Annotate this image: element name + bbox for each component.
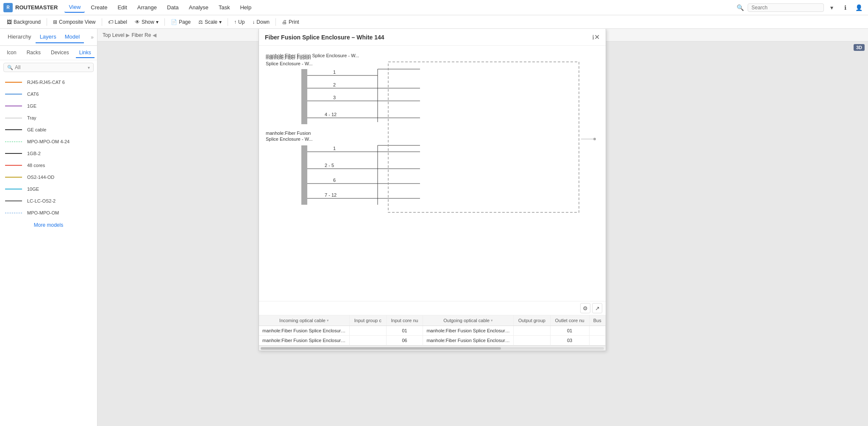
panel-search-input[interactable]	[15, 64, 86, 70]
menu-help[interactable]: Help	[236, 3, 256, 12]
col-header-bus[interactable]: Bus	[589, 315, 605, 326]
close-button[interactable]: ✕	[594, 33, 600, 41]
cell-input-core: 01	[386, 326, 423, 336]
menu-analyse[interactable]: Analyse	[185, 3, 213, 12]
3d-badge[interactable]: 3D	[854, 44, 865, 51]
up-icon: ↑	[234, 19, 236, 25]
table-row[interactable]: manhole:Fiber Fusion Splice Enclosure - …	[259, 326, 606, 336]
settings-icon[interactable]: ⚙	[580, 303, 590, 313]
scale-button[interactable]: ⚖ Scale ▾	[195, 18, 225, 26]
link-label: Tray	[27, 115, 92, 120]
link-line-icon	[5, 94, 22, 95]
search-icon[interactable]: 🔍	[734, 2, 746, 14]
col-header-input-group[interactable]: Input group c	[350, 315, 387, 326]
col-header-outgoing[interactable]: Outgoing optical cable ▾	[423, 315, 514, 326]
col-header-outlet-core[interactable]: Outlet core nu	[550, 315, 589, 326]
splice-block-2	[301, 145, 307, 205]
link-label: LC-LC-OS2-2	[27, 198, 92, 203]
sub-tab-links[interactable]: Links	[76, 48, 95, 58]
breadcrumb-fiberre[interactable]: Fiber Re	[131, 32, 151, 38]
show-button[interactable]: 👁 Show ▾	[131, 18, 162, 26]
more-models-link[interactable]: More models	[0, 219, 97, 231]
list-item[interactable]: MPO-MPO-OM 4-24	[0, 136, 97, 148]
svg-text:3: 3	[333, 95, 336, 100]
table-row[interactable]: manhole:Fiber Fusion Splice Enclosure - …	[259, 336, 606, 345]
link-line-icon	[5, 118, 22, 118]
list-item[interactable]: 10GE	[0, 183, 97, 195]
breadcrumb-separator: ▶	[126, 32, 130, 38]
cell-output-group	[513, 336, 550, 345]
print-button[interactable]: 🖨 Print	[278, 18, 303, 26]
down-button[interactable]: ↓ Down	[249, 18, 273, 26]
menu-edit[interactable]: Edit	[113, 3, 131, 12]
splice-block-1	[301, 69, 307, 124]
menu-data[interactable]: Data	[163, 3, 183, 12]
splice-diagram: manhole:Fiber Fusion Splice Enclosure - …	[259, 46, 590, 258]
main-layout: Hierarchy Layers Model » Icon Racks Devi…	[0, 29, 868, 426]
toolbar-separator	[228, 18, 228, 26]
col-header-input-core[interactable]: Input core nu	[386, 315, 423, 326]
list-item[interactable]: OS2-144-OD	[0, 171, 97, 183]
connector-dot	[593, 138, 596, 140]
list-item[interactable]: Tray	[0, 112, 97, 124]
cell-outlet-core: 03	[550, 336, 589, 345]
breadcrumb-toplevel[interactable]: Top Level	[103, 32, 124, 38]
list-item[interactable]: 48 cores	[0, 159, 97, 171]
link-line-icon	[5, 129, 22, 130]
menu-create[interactable]: Create	[86, 3, 111, 12]
label-icon: 🏷	[108, 19, 113, 25]
page-button[interactable]: 📄 Page	[167, 18, 194, 26]
svg-text:6: 6	[333, 178, 336, 183]
horizontal-scrollbar[interactable]	[259, 345, 606, 351]
list-item[interactable]: CAT6	[0, 88, 97, 100]
background-button[interactable]: 🖼 Background	[3, 18, 44, 26]
link-line-icon	[5, 189, 22, 189]
panel-search: 🔍 ▾	[3, 63, 94, 72]
scroll-thumb[interactable]	[261, 347, 501, 350]
left-panel: Hierarchy Layers Model » Icon Racks Devi…	[0, 29, 97, 426]
list-item[interactable]: 1GB-2	[0, 148, 97, 159]
app-name: ROUTEMASTER	[15, 4, 58, 11]
label-button[interactable]: 🏷 Label	[105, 18, 131, 26]
composite-view-button[interactable]: ⊞ Composite View	[50, 18, 99, 26]
svg-text:1: 1	[333, 70, 336, 75]
svg-text:7 - 12: 7 - 12	[325, 192, 337, 198]
menu-arrange[interactable]: Arrange	[133, 3, 161, 12]
chevron-down-icon[interactable]: ▾	[826, 2, 837, 14]
cell-output-group	[513, 326, 550, 336]
toolbar: 🖼 Background ⊞ Composite View 🏷 Label 👁 …	[0, 15, 868, 29]
tab-hierarchy[interactable]: Hierarchy	[3, 31, 36, 43]
list-item[interactable]: 1GE	[0, 100, 97, 112]
search-icon-small: 🔍	[7, 65, 13, 70]
col-header-output-group[interactable]: Output group	[513, 315, 550, 326]
link-line-icon	[5, 153, 22, 154]
show-icon: 👁	[135, 19, 140, 25]
link-label: 10GE	[27, 187, 92, 192]
dialog-title: Fiber Fusion Splice Enclosure – White 14…	[265, 34, 590, 41]
col-header-incoming[interactable]: Incoming optical cable ▾	[259, 315, 350, 326]
user-icon[interactable]: 👤	[853, 2, 865, 14]
table-scroll-container[interactable]: Incoming optical cable ▾ Input group c I…	[259, 315, 606, 345]
menu-task[interactable]: Task	[214, 3, 234, 12]
list-item[interactable]: MPO-MPO-OM	[0, 207, 97, 219]
up-button[interactable]: ↑ Up	[231, 18, 248, 26]
info-icon[interactable]: ℹ	[839, 2, 851, 14]
list-item[interactable]: GE cable	[0, 124, 97, 136]
tab-layers[interactable]: Layers	[36, 31, 61, 43]
content-area: Top Level ▶ Fiber Re ◀ Fiber Fusion Spli…	[97, 29, 868, 426]
search-input[interactable]	[751, 5, 811, 11]
sub-tab-icon[interactable]: Icon	[3, 48, 20, 58]
down-icon: ↓	[252, 19, 255, 25]
list-item[interactable]: RJ45-RJ45-CAT 6	[0, 76, 97, 88]
sub-tab-racks[interactable]: Racks	[23, 48, 44, 58]
svg-text:2: 2	[333, 82, 336, 87]
link-label: MPO-MPO-OM	[27, 210, 92, 215]
sub-tab-devices[interactable]: Devices	[47, 48, 72, 58]
menu-view[interactable]: View	[64, 2, 85, 13]
list-item[interactable]: LC-LC-OS2-2	[0, 195, 97, 207]
collapse-panel-button[interactable]: »	[91, 34, 94, 40]
export-icon[interactable]: ↗	[592, 303, 602, 313]
svg-text:Splice Enclosure - W...: Splice Enclosure - W...	[266, 136, 313, 142]
link-line-icon	[5, 177, 22, 178]
tab-model[interactable]: Model	[61, 31, 84, 43]
